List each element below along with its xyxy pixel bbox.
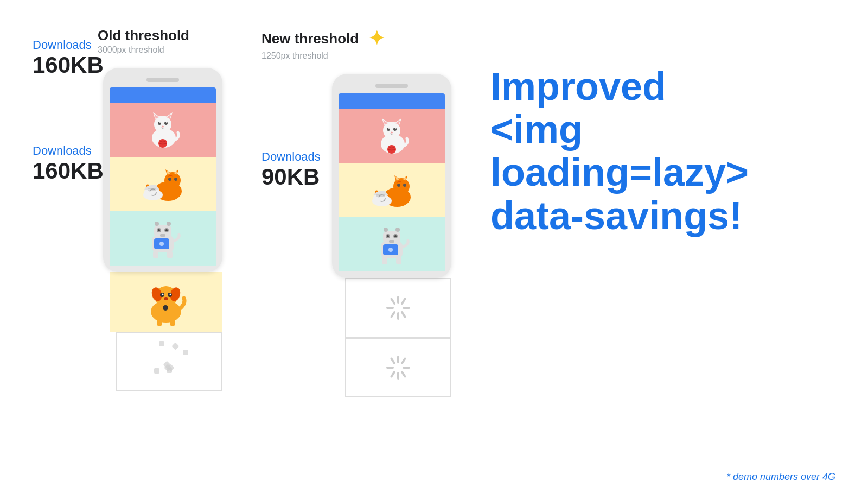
right-below-cards bbox=[332, 278, 458, 397]
svg-point-37 bbox=[159, 242, 164, 246]
left-card-2 bbox=[110, 157, 216, 211]
left-dl-size: 160KB bbox=[33, 158, 103, 184]
svg-point-51 bbox=[383, 122, 400, 139]
svg-line-99 bbox=[402, 372, 405, 377]
left-phone-device-wrapper bbox=[103, 68, 229, 391]
svg-line-91 bbox=[402, 312, 405, 317]
right-threshold-sub: 1250px threshold bbox=[261, 51, 458, 61]
robot-dog-icon bbox=[141, 214, 184, 263]
improved-title: Improved <img loading=lazy> data-savings… bbox=[490, 65, 835, 237]
svg-point-47 bbox=[163, 305, 168, 311]
svg-line-103 bbox=[392, 359, 395, 364]
left-phone-notch bbox=[146, 78, 179, 82]
svg-point-33 bbox=[165, 229, 168, 231]
svg-point-68 bbox=[397, 184, 400, 187]
white-cat-icon-right bbox=[370, 114, 413, 157]
svg-rect-86 bbox=[396, 257, 401, 264]
right-phone-device-wrapper bbox=[332, 74, 458, 397]
left-phone-device bbox=[103, 68, 222, 272]
svg-point-82 bbox=[387, 235, 389, 237]
svg-point-46 bbox=[164, 297, 168, 300]
right-card-2 bbox=[339, 163, 445, 217]
svg-rect-35 bbox=[153, 251, 158, 258]
svg-line-97 bbox=[402, 359, 405, 364]
svg-rect-79 bbox=[395, 228, 400, 232]
right-phone-screen bbox=[339, 109, 445, 271]
right-dl-size: 90KB bbox=[261, 164, 332, 190]
svg-point-87 bbox=[388, 248, 393, 252]
right-phone-header bbox=[339, 93, 445, 109]
svg-point-63 bbox=[393, 178, 410, 194]
right-card-3 bbox=[339, 217, 445, 271]
left-phone-header bbox=[110, 87, 216, 103]
svg-rect-36 bbox=[167, 251, 173, 258]
svg-point-19 bbox=[174, 178, 177, 181]
spinner-svg-2 bbox=[385, 355, 411, 381]
right-loading-card-1 bbox=[345, 278, 451, 338]
right-dl-label: Downloads bbox=[261, 150, 332, 164]
svg-point-45 bbox=[170, 293, 171, 295]
left-spinner bbox=[156, 349, 182, 375]
svg-point-13 bbox=[164, 172, 181, 188]
right-card-1 bbox=[339, 109, 445, 163]
left-phone-row: Downloads 160KB bbox=[33, 68, 229, 391]
svg-rect-48 bbox=[157, 319, 162, 326]
svg-point-60 bbox=[391, 132, 393, 134]
left-below-cards bbox=[103, 272, 229, 391]
right-downloads-block: Downloads 90KB bbox=[261, 74, 332, 190]
left-threshold-title: Old threshold bbox=[98, 27, 229, 44]
demo-note: * demo numbers over 4G bbox=[726, 471, 835, 483]
right-spinner-2 bbox=[385, 355, 411, 381]
left-phone-screen bbox=[110, 103, 216, 266]
svg-point-9 bbox=[166, 122, 167, 123]
svg-point-59 bbox=[395, 128, 396, 129]
right-threshold-label: New threshold ✦ 1250px threshold bbox=[261, 27, 458, 70]
svg-point-83 bbox=[394, 235, 397, 237]
svg-rect-78 bbox=[384, 228, 388, 232]
svg-line-101 bbox=[392, 372, 395, 377]
sparkle-icon: ✦ bbox=[368, 27, 385, 50]
svg-rect-34 bbox=[160, 234, 165, 237]
svg-point-69 bbox=[403, 184, 406, 187]
left-section-wrapper: Old threshold 3000px threshold Downloads… bbox=[33, 27, 229, 391]
svg-point-44 bbox=[162, 293, 164, 295]
left-below-card-1 bbox=[110, 272, 222, 332]
right-threshold-title: New threshold ✦ bbox=[261, 27, 458, 50]
svg-line-89 bbox=[402, 299, 405, 304]
robot-dog-icon-right bbox=[370, 220, 413, 269]
svg-line-93 bbox=[392, 312, 395, 317]
right-phone-row: Downloads 90KB bbox=[261, 74, 458, 397]
svg-point-57 bbox=[393, 128, 397, 131]
svg-point-1 bbox=[154, 116, 171, 133]
spinner-svg-1 bbox=[385, 295, 411, 321]
right-phone-device bbox=[332, 74, 451, 278]
left-loading-card bbox=[116, 332, 222, 391]
svg-rect-29 bbox=[167, 222, 171, 226]
svg-point-58 bbox=[388, 128, 390, 129]
svg-line-95 bbox=[392, 299, 395, 304]
left-threshold-sub: 3000px threshold bbox=[98, 45, 229, 55]
svg-rect-85 bbox=[382, 257, 387, 264]
right-spinner-1 bbox=[385, 295, 411, 321]
improved-section: Improved <img loading=lazy> data-savings… bbox=[490, 22, 835, 237]
main-container: Downloads 160KB Old threshold 3000px thr… bbox=[0, 0, 868, 499]
svg-point-32 bbox=[158, 229, 160, 231]
right-loading-card-2 bbox=[345, 338, 451, 397]
right-section-wrapper: New threshold ✦ 1250px threshold Downloa… bbox=[261, 27, 458, 397]
left-threshold-label: Old threshold 3000px threshold bbox=[98, 27, 229, 64]
orange-cat-icon bbox=[136, 161, 190, 207]
svg-point-6 bbox=[158, 122, 161, 125]
svg-point-10 bbox=[162, 126, 164, 128]
right-phone-notch bbox=[375, 84, 408, 88]
white-cat-icon bbox=[141, 108, 184, 151]
left-dl-label: Downloads bbox=[33, 144, 103, 158]
svg-point-56 bbox=[387, 128, 390, 131]
svg-point-18 bbox=[168, 178, 171, 181]
left-downloads-block: Downloads 160KB bbox=[33, 68, 103, 184]
svg-rect-84 bbox=[389, 240, 394, 243]
yellow-dog-icon bbox=[142, 276, 190, 328]
svg-point-7 bbox=[164, 122, 168, 125]
left-card-3 bbox=[110, 211, 216, 266]
left-card-1 bbox=[110, 103, 216, 157]
svg-point-8 bbox=[159, 122, 161, 123]
